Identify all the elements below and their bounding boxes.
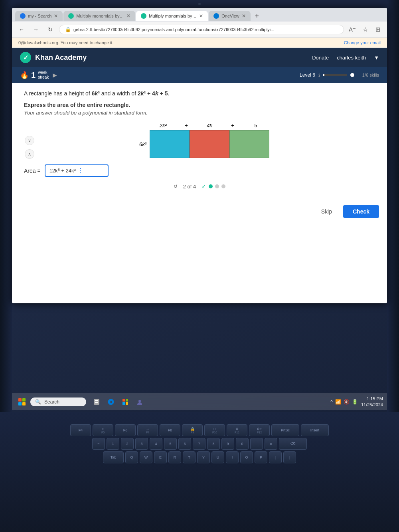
taskbar-teams-icon[interactable] bbox=[133, 396, 146, 408]
key-bracket-l[interactable]: [ bbox=[269, 451, 282, 463]
level-progress-bar bbox=[323, 74, 347, 76]
key-f7[interactable]: → F7 bbox=[137, 424, 158, 436]
play-icon[interactable]: ▶ bbox=[53, 72, 57, 78]
key-prtsc[interactable]: PrtSc bbox=[271, 424, 299, 436]
change-email-link[interactable]: Change your email bbox=[344, 40, 381, 45]
rect-blocks bbox=[150, 130, 269, 158]
back-button[interactable]: ← bbox=[16, 24, 27, 35]
system-tray: ^ 📶 🔇 🔋 bbox=[330, 399, 358, 405]
tab-my-search[interactable]: my - Search ✕ bbox=[15, 11, 63, 21]
svg-rect-5 bbox=[122, 402, 125, 405]
taskbar-edge-icon[interactable] bbox=[105, 396, 117, 408]
donate-button[interactable]: Donate bbox=[312, 55, 329, 61]
refresh-icon: ↺ bbox=[174, 184, 178, 189]
tab-label-multiply2: Multiply monomials by poly bbox=[149, 14, 197, 18]
email-banner-text: 0@duvalschools.org. You may need to chan… bbox=[18, 40, 114, 45]
read-icon[interactable]: A⁻ bbox=[347, 24, 358, 35]
key-insert[interactable]: Insert bbox=[301, 424, 329, 436]
browser-chrome: my - Search ✕ Multiply monomials by poly… bbox=[12, 8, 387, 38]
key-f11[interactable]: ⚙ F11 bbox=[227, 424, 247, 436]
key-2[interactable]: 2 bbox=[121, 438, 134, 450]
streak-streak-label: streak bbox=[38, 75, 49, 80]
battery-icon[interactable]: 🔋 bbox=[352, 399, 358, 405]
favorites-icon[interactable]: ☆ bbox=[360, 24, 370, 35]
key-e[interactable]: E bbox=[154, 451, 167, 463]
key-tab[interactable]: Tab bbox=[103, 451, 124, 463]
flame-icon: 🔥 bbox=[20, 71, 29, 79]
network-icon[interactable]: 📶 bbox=[335, 399, 341, 405]
key-7[interactable]: 7 bbox=[193, 438, 205, 450]
tab-multiply2[interactable]: Multiply monomials by poly ✕ bbox=[136, 11, 208, 21]
user-chevron-icon[interactable]: ▼ bbox=[374, 55, 379, 61]
address-bar[interactable]: 🔒 gebra-2-fl-best/x727ff003d4fc3b92:poly… bbox=[59, 25, 344, 34]
step-dot-empty2 bbox=[221, 184, 225, 188]
step-refresh-area: ↺ bbox=[174, 184, 178, 189]
key-1[interactable]: 1 bbox=[107, 438, 119, 450]
taskbar-search[interactable]: 🔍 Search bbox=[30, 398, 86, 406]
collapse-nav-button[interactable]: ∨ bbox=[25, 136, 34, 145]
taskbar-store-icon[interactable] bbox=[119, 396, 132, 408]
key-y[interactable]: Y bbox=[197, 451, 210, 463]
key-backspace[interactable]: ⌫ bbox=[279, 438, 307, 450]
skip-button[interactable]: Skip bbox=[315, 205, 338, 218]
key-f12[interactable]: ⚙+ F12 bbox=[249, 424, 270, 436]
key-bracket-r[interactable]: ] bbox=[283, 451, 296, 463]
key-t[interactable]: T bbox=[183, 451, 196, 463]
tab-oneview[interactable]: OneView ✕ bbox=[209, 11, 250, 21]
key-3[interactable]: 3 bbox=[135, 438, 148, 450]
collections-icon[interactable]: ⊞ bbox=[373, 24, 383, 35]
key-w[interactable]: W bbox=[140, 451, 152, 463]
tab-multiply1[interactable]: Multiply monomials by poly ✕ bbox=[63, 11, 135, 21]
check-button[interactable]: Check bbox=[343, 205, 379, 218]
key-8[interactable]: 8 bbox=[207, 438, 220, 450]
key-p[interactable]: P bbox=[255, 451, 267, 463]
tab-close-multiply1[interactable]: ✕ bbox=[126, 13, 130, 19]
key-4[interactable]: 4 bbox=[150, 438, 162, 450]
key-f10[interactable]: □ F10 bbox=[204, 424, 225, 436]
svg-rect-3 bbox=[122, 399, 125, 401]
key-f9[interactable]: 🔒 F9 bbox=[182, 424, 203, 436]
key-backtick[interactable]: ~ bbox=[92, 438, 105, 450]
forward-button[interactable]: → bbox=[30, 24, 41, 35]
taskbar-file-icon[interactable] bbox=[90, 396, 103, 408]
rect-block-red bbox=[190, 130, 229, 158]
win-tile-yellow bbox=[22, 402, 26, 405]
volume-icon[interactable]: 🔇 bbox=[344, 399, 350, 405]
key-u[interactable]: U bbox=[211, 451, 224, 463]
tab-close-multiply2[interactable]: ✕ bbox=[199, 13, 203, 19]
key-r[interactable]: R bbox=[168, 451, 181, 463]
rect-plus1: + bbox=[183, 122, 190, 129]
key-o[interactable]: O bbox=[240, 451, 253, 463]
key-row-2: ~ 1 2 3 4 5 6 7 8 9 0 - = ⌫ bbox=[92, 438, 307, 450]
refresh-button[interactable]: ↻ bbox=[45, 24, 56, 35]
key-q[interactable]: Q bbox=[125, 451, 138, 463]
key-f8[interactable]: F8 bbox=[160, 424, 180, 436]
key-i[interactable]: I bbox=[226, 451, 239, 463]
tab-close-search[interactable]: ✕ bbox=[54, 13, 58, 19]
key-5[interactable]: 5 bbox=[164, 438, 177, 450]
level-info-icon[interactable]: ℹ bbox=[318, 73, 320, 77]
clock[interactable]: 1:15 PM 11/25/2024 bbox=[361, 396, 383, 407]
key-9[interactable]: 9 bbox=[221, 438, 234, 450]
user-menu[interactable]: charles keith bbox=[337, 55, 366, 61]
key-minus[interactable]: - bbox=[250, 438, 263, 450]
expand-nav-button[interactable]: ∧ bbox=[25, 149, 34, 159]
left-nav-arrows: ∨ ∧ bbox=[25, 136, 34, 159]
key-0[interactable]: 0 bbox=[236, 438, 249, 450]
key-equal[interactable]: = bbox=[265, 438, 277, 450]
level-area: Level 6 ℹ bbox=[300, 72, 354, 78]
key-f4[interactable]: F4 bbox=[70, 424, 91, 436]
ka-logo-icon: ✓ bbox=[20, 52, 31, 63]
answer-input[interactable]: 12k⁵ + 24k³ ⋮ bbox=[45, 164, 109, 177]
bottom-buttons: Skip Check bbox=[12, 201, 387, 222]
key-6[interactable]: 6 bbox=[178, 438, 191, 450]
ka-main-content: A rectangle has a height of 6k³ and a wi… bbox=[12, 83, 387, 201]
key-f6[interactable]: F6 bbox=[115, 424, 136, 436]
tray-chevron-icon[interactable]: ^ bbox=[330, 399, 333, 405]
key-f5[interactable]: C F5 bbox=[93, 424, 113, 436]
step-dot-active bbox=[209, 184, 213, 188]
start-button[interactable] bbox=[16, 396, 28, 408]
tab-favicon-oneview bbox=[213, 13, 219, 19]
new-tab-button[interactable]: + bbox=[251, 10, 263, 22]
tab-close-oneview[interactable]: ✕ bbox=[242, 13, 246, 19]
